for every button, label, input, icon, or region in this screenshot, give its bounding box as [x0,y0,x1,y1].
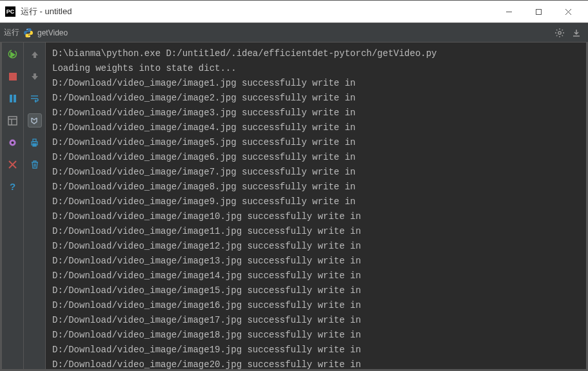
hide-icon[interactable] [571,28,582,38]
pycharm-icon: PC [5,6,15,17]
console-line: D:\bianma\python.exe D:/untitled/.idea/e… [52,46,580,61]
svg-point-5 [29,35,30,36]
svg-rect-21 [33,144,36,146]
run-toolbar: 运行 getVideo [0,23,588,43]
gear-icon[interactable] [554,28,565,38]
arrow-up-icon[interactable] [28,48,42,62]
main-area: ? D:\bianma\python.exe D:/untitled/.idea… [0,43,588,371]
svg-rect-20 [33,139,36,142]
soft-wrap-icon[interactable] [28,91,42,106]
console-line: D:/Download/video_image/image15.jpg succ… [52,283,580,298]
console-line: D:/Download/video_image/image2.jpg succe… [52,91,580,106]
titlebar: PC 运行 - untitled [0,0,588,23]
svg-rect-1 [536,9,541,14]
minimize-button[interactable] [494,0,524,23]
python-icon [23,28,34,38]
console-line: D:/Download/video_image/image12.jpg succ… [52,239,580,254]
console-line: Loading weights into state dict... [52,61,580,76]
svg-rect-10 [14,95,16,102]
window-title: 运行 - untitled [21,6,494,17]
scroll-to-end-icon[interactable] [28,113,42,128]
run-gutter-right [24,43,46,369]
console-line: D:/Download/video_image/image16.jpg succ… [52,298,580,313]
svg-text:?: ? [10,182,15,191]
trash-icon[interactable] [28,157,42,171]
svg-rect-11 [8,117,17,125]
layout-icon[interactable] [6,113,20,128]
svg-point-4 [26,29,27,30]
maximize-button[interactable] [524,0,553,23]
console-line: D:/Download/video_image/image13.jpg succ… [52,254,580,269]
window-controls [494,0,583,23]
svg-rect-9 [10,95,12,102]
close-icon[interactable] [6,157,20,171]
svg-rect-8 [9,73,17,81]
console-line: D:/Download/video_image/image17.jpg succ… [52,313,580,328]
console-line: D:/Download/video_image/image3.jpg succe… [52,106,580,120]
toolbar-right [554,28,584,38]
console-line: D:/Download/video_image/image10.jpg succ… [52,209,580,224]
help-icon[interactable]: ? [6,179,20,193]
print-icon[interactable] [28,135,42,149]
console-line: D:/Download/video_image/image7.jpg succe… [52,165,580,180]
stop-icon[interactable] [6,70,20,84]
console-line: D:/Download/video_image/image19.jpg succ… [52,343,580,357]
console-line: D:/Download/video_image/image20.jpg succ… [52,357,580,369]
console-line: D:/Download/video_image/image11.jpg succ… [52,224,580,239]
svg-point-15 [12,141,14,144]
eval-icon[interactable] [6,135,20,149]
console-line: D:/Download/video_image/image9.jpg succe… [52,195,580,209]
console-line: D:/Download/video_image/image6.jpg succe… [52,150,580,165]
console-line: D:/Download/video_image/image8.jpg succe… [52,180,580,195]
console-line: D:/Download/video_image/image14.jpg succ… [52,269,580,283]
run-gutter-left: ? [2,43,24,369]
console-line: D:/Download/video_image/image1.jpg succe… [52,76,580,91]
console-output[interactable]: D:\bianma\python.exe D:/untitled/.idea/e… [46,43,586,369]
rerun-icon[interactable] [6,48,20,62]
run-config-name[interactable]: getVideo [37,28,68,37]
console-line: D:/Download/video_image/image4.jpg succe… [52,120,580,135]
svg-point-6 [558,31,561,33]
console-line: D:/Download/video_image/image5.jpg succe… [52,135,580,150]
arrow-down-icon[interactable] [28,70,42,84]
close-button[interactable] [553,0,583,23]
run-label: 运行 [4,27,19,38]
console-line: D:/Download/video_image/image18.jpg succ… [52,328,580,343]
pause-icon[interactable] [6,91,20,106]
